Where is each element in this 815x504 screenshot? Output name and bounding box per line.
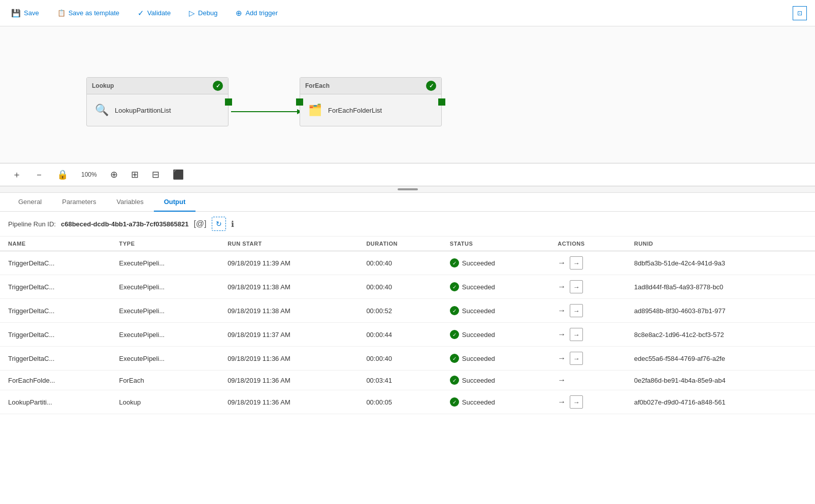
action-arrow-5[interactable]: → [558,376,566,384]
cell-actions-3[interactable]: → → [549,323,626,347]
foreach-node[interactable]: ForEach ✓ 🗂️ ForEachFolderList [300,77,442,126]
status-success-badge-6: ✓ [450,397,459,407]
save-as-template-button[interactable]: 📋 Save as template [54,7,122,19]
tabs: General Parameters Variables Output [0,193,815,212]
cell-duration-5: 00:03:41 [358,371,441,390]
cell-runid-3: 8c8e8ac2-1d96-41c2-bcf3-572 [626,323,815,347]
pipeline-canvas: Lookup ✓ 🔍 LookupPartitionList ForEach ✓… [0,26,815,163]
cell-actions-1[interactable]: → → [549,275,626,299]
zoom-100-button[interactable]: 100% [79,170,99,179]
validate-label: Validate [147,9,171,17]
lookup-success-badge: ✓ [213,81,223,91]
cell-run-start-3: 09/18/2019 11:37 AM [219,323,358,347]
foreach-success-badge: ✓ [426,81,436,91]
top-right-icon[interactable]: ⊡ [793,6,807,20]
info-icon[interactable]: ℹ [231,219,234,229]
action-box-4[interactable]: → [570,352,583,365]
action-box-2[interactable]: → [570,304,583,317]
table-row: ForEachFolde... ForEach 09/18/2019 11:36… [0,371,815,390]
run-id-value: c68beced-dcdb-4bb1-a73b-7cf035865821 [61,220,188,228]
cell-runid-4: edec55a6-f584-4769-af76-a2fe [626,347,815,371]
cell-name-6: LookupPartiti... [0,390,111,414]
cell-type-4: ExecutePipeli... [111,347,220,371]
debug-button[interactable]: ▷ Debug [186,7,220,20]
cell-type-2: ExecutePipeli... [111,299,220,323]
cell-type-5: ForEach [111,371,220,390]
cell-runid-6: af0b027e-d9d0-4716-a848-561 [626,390,815,414]
action-arrow-2[interactable]: → [558,306,566,315]
foreach-node-header: ForEach ✓ [300,78,441,94]
status-success-badge-4: ✓ [450,354,459,363]
cell-type-6: Lookup [111,390,220,414]
save-button[interactable]: 💾 Save [8,7,42,20]
validate-button[interactable]: ✓ Validate [135,7,174,20]
fit-button[interactable]: ⊕ [108,168,120,181]
status-text-5: Succeeded [462,377,495,384]
layers-button[interactable]: ⬛ [171,168,186,181]
select-button[interactable]: ⊞ [129,168,141,181]
at-icon[interactable]: [@] [193,219,206,228]
cell-runid-0: 8dbf5a3b-51de-42c4-941d-9a3 [626,251,815,275]
debug-icon: ▷ [189,9,195,18]
action-arrow-6[interactable]: → [558,397,566,406]
action-arrow-1[interactable]: → [558,282,566,291]
add-trigger-button[interactable]: ⊕ Add trigger [233,7,281,20]
resize-handle[interactable] [0,186,815,193]
lookup-node-icon: 🔍 [95,104,109,117]
zoom-out-button[interactable]: － [32,167,46,182]
cell-name-2: TriggerDeltaC... [0,299,111,323]
tab-variables[interactable]: Variables [106,193,153,212]
run-id-prefix: Pipeline Run ID: [8,220,56,228]
refresh-button[interactable]: ↻ [212,217,226,231]
cell-actions-2[interactable]: → → [549,299,626,323]
foreach-port-right[interactable] [438,98,445,106]
status-success-badge-0: ✓ [450,258,459,267]
col-status: STATUS [442,237,550,251]
arrange-button[interactable]: ⊟ [150,168,161,181]
lookup-node-label: LookupPartitionList [115,107,171,114]
action-box-6[interactable]: → [570,395,583,409]
foreach-node-title: ForEach [305,82,330,89]
zoom-in-button[interactable]: ＋ [10,167,23,182]
cell-status-2: ✓ Succeeded [442,299,550,323]
table-wrapper: NAME TYPE RUN START DURATION STATUS ACTI… [0,237,815,414]
status-text-4: Succeeded [462,355,495,362]
cell-actions-5[interactable]: → [549,371,626,390]
cell-type-0: ExecutePipeli... [111,251,220,275]
action-box-3[interactable]: → [570,328,583,341]
action-arrow-4[interactable]: → [558,354,566,362]
save-label: Save [24,9,39,17]
action-arrow-0[interactable]: → [558,258,566,267]
cell-type-1: ExecutePipeli... [111,275,220,299]
table-row: TriggerDeltaC... ExecutePipeli... 09/18/… [0,323,815,347]
lookup-node-title: Lookup [92,82,114,89]
save-template-icon: 📋 [57,9,66,17]
action-box-0[interactable]: → [570,256,583,270]
cell-actions-6[interactable]: → → [549,390,626,414]
status-success-badge-3: ✓ [450,330,459,339]
cell-duration-2: 00:00:52 [358,299,441,323]
action-arrow-3[interactable]: → [558,330,566,339]
tab-general[interactable]: General [8,193,52,212]
tab-output[interactable]: Output [154,193,196,212]
col-run-start: RUN START [219,237,358,251]
foreach-port-left[interactable] [296,98,303,106]
tab-parameters[interactable]: Parameters [52,193,106,212]
run-id-row: Pipeline Run ID: c68beced-dcdb-4bb1-a73b… [0,212,815,237]
col-duration: DURATION [358,237,441,251]
table-row: TriggerDeltaC... ExecutePipeli... 09/18/… [0,275,815,299]
cell-actions-4[interactable]: → → [549,347,626,371]
cell-name-4: TriggerDeltaC... [0,347,111,371]
lookup-node[interactable]: Lookup ✓ 🔍 LookupPartitionList [86,77,229,126]
status-text-3: Succeeded [462,331,495,339]
cell-duration-0: 00:00:40 [358,251,441,275]
status-text-1: Succeeded [462,283,495,291]
cell-actions-0[interactable]: → → [549,251,626,275]
cell-duration-3: 00:00:44 [358,323,441,347]
foreach-node-body: 🗂️ ForEachFolderList [300,94,441,126]
cell-type-3: ExecutePipeli... [111,323,220,347]
lock-button[interactable]: 🔒 [55,168,70,181]
lookup-port-right[interactable] [225,98,232,106]
action-box-1[interactable]: → [570,280,583,293]
lookup-node-header: Lookup ✓ [87,78,228,94]
